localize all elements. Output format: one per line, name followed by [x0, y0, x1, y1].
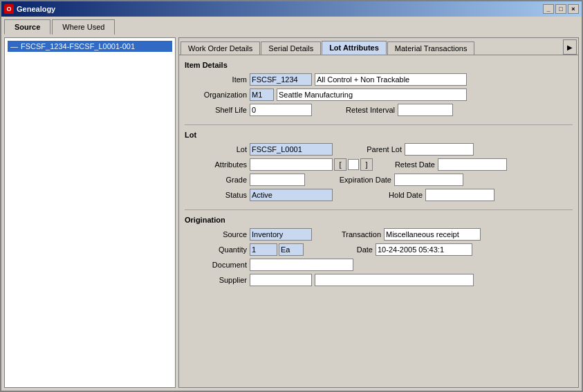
source-input[interactable]	[250, 228, 312, 241]
retest-interval-input[interactable]	[398, 104, 453, 116]
grade-input[interactable]	[250, 174, 305, 186]
tab-scroll-right[interactable]: ▶	[563, 39, 577, 55]
retest-interval-label: Retest Interval	[326, 106, 395, 114]
tab-where-used[interactable]: Where Used	[52, 19, 115, 35]
lot-row: Lot Parent Lot	[185, 143, 573, 156]
expiration-label: Expiration Date	[319, 176, 391, 184]
tab-serial-details[interactable]: Serial Details	[261, 41, 321, 55]
item-row: Item	[185, 73, 573, 86]
supplier-row: Supplier	[185, 274, 573, 286]
org-label: Organization	[185, 91, 247, 99]
retest-date-input[interactable]	[438, 158, 507, 171]
tab-work-order-details[interactable]: Work Order Details	[181, 41, 260, 55]
attributes-label: Attributes	[185, 160, 247, 169]
bracket-open-btn[interactable]: [	[334, 158, 346, 171]
tab-material-transactions[interactable]: Material Transactions	[387, 41, 475, 55]
org-code-input[interactable]	[250, 88, 274, 101]
lot-attributes-content: Item Details Item Organization	[179, 55, 578, 387]
item-details-section: Item Details Item Organization	[185, 61, 573, 116]
date-input	[376, 243, 472, 256]
document-row: Document	[185, 259, 573, 271]
quantity-date-row: Quantity Date	[185, 243, 573, 256]
maximize-button[interactable]: □	[555, 4, 566, 14]
lot-section: Lot Lot Parent Lot Attributes [	[185, 131, 573, 201]
divider-2	[185, 209, 573, 210]
date-label: Date	[317, 245, 373, 254]
status-input[interactable]	[250, 189, 333, 201]
document-label: Document	[185, 261, 247, 269]
attributes-input[interactable]	[250, 158, 333, 171]
item-label: Item	[185, 75, 247, 84]
hold-date-label: Hold Date	[367, 191, 423, 199]
transaction-input	[384, 228, 481, 241]
top-tab-bar: Source Where Used	[1, 17, 582, 35]
bracket-close-btn[interactable]: ]	[360, 158, 373, 171]
right-panel: Work Order Details Serial Details Lot At…	[178, 37, 579, 388]
title-bar: O Genealogy _ □ ×	[1, 1, 582, 17]
source-label: Source	[185, 230, 247, 239]
shelf-retest-row: Shelf Life Retest Interval	[185, 104, 573, 116]
org-row: Organization	[185, 88, 573, 101]
transaction-label: Transaction	[326, 230, 381, 239]
retest-date-label: Retest Date	[380, 160, 435, 169]
source-transaction-row: Source Transaction	[185, 228, 573, 241]
window-controls: _ □ ×	[543, 4, 579, 14]
tab-source[interactable]: Source	[4, 19, 50, 35]
inner-tab-bar: Work Order Details Serial Details Lot At…	[179, 38, 578, 55]
grade-label: Grade	[185, 176, 247, 184]
supplier-label: Supplier	[185, 276, 247, 284]
org-name-input	[277, 88, 467, 101]
document-input[interactable]	[250, 259, 353, 271]
app-icon: O	[4, 4, 14, 14]
origination-section: Origination Source Transaction Quantity …	[185, 216, 573, 286]
supplier-name-input[interactable]	[315, 274, 474, 286]
hold-date-input[interactable]	[425, 189, 494, 201]
main-window: O Genealogy _ □ × Source Where Used FSCS…	[0, 0, 583, 392]
lot-title: Lot	[185, 131, 573, 139]
minimize-button[interactable]: _	[543, 4, 554, 14]
item-details-title: Item Details	[185, 61, 573, 69]
tree-panel: FSCSF_1234-FSCSF_L0001-001	[4, 37, 176, 388]
quantity-input[interactable]	[250, 243, 277, 256]
supplier-code-input[interactable]	[250, 274, 312, 286]
tab-lot-attributes[interactable]: Lot Attributes	[322, 41, 387, 55]
main-content: FSCSF_1234-FSCSF_L0001-001 Work Order De…	[1, 35, 582, 391]
attributes-row: Attributes [ ] Retest Date	[185, 158, 573, 171]
status-row: Status Hold Date	[185, 189, 573, 201]
item-desc-input	[315, 73, 467, 86]
quantity-uom-input[interactable]	[279, 243, 304, 256]
close-button[interactable]: ×	[568, 4, 579, 14]
quantity-label: Quantity	[185, 245, 247, 254]
divider-1	[185, 124, 573, 125]
window-title: Genealogy	[17, 5, 55, 13]
lot-label: Lot	[185, 145, 247, 153]
origination-title: Origination	[185, 216, 573, 224]
expiration-input[interactable]	[394, 174, 463, 186]
parent-lot-label: Parent Lot	[346, 145, 402, 153]
lot-input[interactable]	[250, 143, 333, 156]
status-label: Status	[185, 191, 247, 199]
grade-row: Grade Expiration Date	[185, 174, 573, 186]
attributes-checkbox[interactable]	[348, 159, 359, 170]
parent-lot-input[interactable]	[405, 143, 474, 156]
shelf-label: Shelf Life	[185, 106, 247, 114]
shelf-input[interactable]	[250, 104, 312, 116]
tree-item[interactable]: FSCSF_1234-FSCSF_L0001-001	[8, 41, 172, 52]
item-code-input[interactable]	[250, 73, 312, 86]
